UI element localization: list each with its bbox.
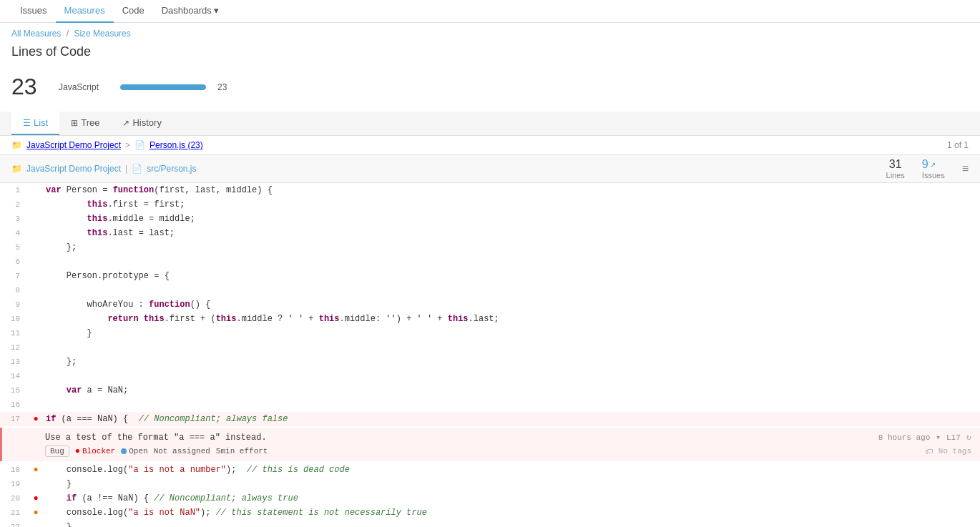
issue-effort: 5min effort bbox=[216, 447, 268, 455]
code-line-19: 19 } bbox=[0, 477, 980, 491]
folder-icon: 📁 bbox=[11, 140, 22, 150]
tag-icon: 🏷 bbox=[925, 447, 933, 456]
issue-status: Open bbox=[121, 447, 147, 455]
issue-severity: ● Blocker bbox=[75, 446, 115, 456]
progress-bar-container bbox=[120, 84, 206, 90]
code-line-14: 14 bbox=[0, 369, 980, 383]
tree-icon: ⊞ bbox=[71, 118, 78, 128]
nav-issues[interactable]: Issues bbox=[11, 0, 56, 23]
code-content: 1 var Person = function(first, last, mid… bbox=[0, 183, 980, 527]
code-line-15: 15 var a = NaN; bbox=[0, 383, 980, 398]
code-line-6: 6 bbox=[0, 255, 980, 269]
code-line-11: 11 } bbox=[0, 326, 980, 340]
history-icon: ↗ bbox=[122, 118, 129, 128]
tab-tree[interactable]: ⊞ Tree bbox=[59, 112, 111, 135]
code-line-13: 13 }; bbox=[0, 355, 980, 369]
code-line-5: 5 }; bbox=[0, 240, 980, 255]
file-name: src/Person.js bbox=[147, 164, 196, 174]
page-title: Lines of Code bbox=[0, 41, 980, 68]
external-link-icon[interactable]: ↗ bbox=[930, 161, 936, 169]
code-line-9: 9 whoAreYou : function() { bbox=[0, 297, 980, 312]
code-panel: 📁 JavaScript Demo Project | 📄 src/Person… bbox=[0, 155, 980, 527]
folder-icon-header: 📁 bbox=[11, 164, 22, 174]
progress-bar-fill bbox=[120, 84, 206, 90]
code-line-16: 16 bbox=[0, 398, 980, 412]
code-line-20: 20 ● if (a !== NaN) { // Noncompliant; a… bbox=[0, 491, 980, 506]
breadcrumb-all-measures[interactable]: All Measures bbox=[11, 29, 61, 39]
file-icon-header: 📄 bbox=[132, 164, 142, 174]
code-line-3: 3 this.middle = middle; bbox=[0, 212, 980, 226]
warn-icon-18: ● bbox=[33, 463, 38, 477]
status-dot bbox=[121, 448, 127, 454]
code-line-8: 8 bbox=[0, 283, 980, 297]
file-header: 📁 JavaScript Demo Project | 📄 src/Person… bbox=[0, 155, 980, 183]
code-line-18: 18 ● console.log("a is not a number"); /… bbox=[0, 463, 980, 477]
metric-language: JavaScript bbox=[59, 82, 109, 92]
tabs-row: ☰ List ⊞ Tree ↗ History bbox=[0, 112, 980, 136]
issue-assigned: Not assigned bbox=[154, 447, 210, 455]
tab-history[interactable]: ↗ History bbox=[111, 112, 172, 135]
pagination: 1 of 1 bbox=[947, 140, 969, 150]
chevron-down-icon: ▾ bbox=[214, 5, 219, 16]
severity-icon: ● bbox=[75, 446, 80, 456]
nav-measures[interactable]: Measures bbox=[56, 0, 114, 23]
issue-time[interactable]: 8 hours ago bbox=[878, 433, 931, 442]
metric-bar: 23 JavaScript 23 bbox=[0, 68, 980, 112]
issue-inline-17: Use a test of the format "a === a" inste… bbox=[0, 428, 980, 461]
error-icon-17: ● bbox=[33, 412, 38, 426]
code-line-12: 12 bbox=[0, 340, 980, 355]
breadcrumb-project[interactable]: JavaScript Demo Project bbox=[26, 140, 121, 150]
lines-stat: 31 Lines bbox=[886, 158, 905, 179]
project-name: JavaScript Demo Project bbox=[26, 164, 121, 174]
code-line-7: 7 Person.prototype = { bbox=[0, 269, 980, 283]
error-icon-20: ● bbox=[33, 491, 38, 506]
tab-list[interactable]: ☰ List bbox=[11, 112, 59, 135]
code-line-17: 17 ● if (a === NaN) { // Noncompliant; a… bbox=[0, 412, 980, 426]
issue-type: Bug bbox=[45, 445, 69, 457]
code-line-22: 22 } bbox=[0, 520, 980, 527]
nav-code[interactable]: Code bbox=[114, 0, 153, 23]
breadcrumb-size-measures[interactable]: Size Measures bbox=[74, 29, 130, 39]
code-line-1: 1 var Person = function(first, last, mid… bbox=[0, 183, 980, 197]
code-line-4: 4 this.last = last; bbox=[0, 226, 980, 240]
metric-count: 23 bbox=[217, 82, 227, 92]
metric-value: 23 bbox=[11, 74, 47, 100]
no-tags: No tags bbox=[939, 447, 971, 455]
breadcrumb: All Measures / Size Measures bbox=[0, 23, 980, 41]
issues-stat: 9 ↗ Issues bbox=[922, 158, 945, 179]
warn-icon-21: ● bbox=[33, 506, 38, 520]
chevron-down-icon-time[interactable]: ▾ bbox=[936, 433, 941, 442]
refresh-icon[interactable]: ↻ bbox=[966, 432, 971, 443]
issue-message: Use a test of the format "a === a" inste… bbox=[45, 433, 267, 443]
list-icon: ☰ bbox=[23, 118, 31, 128]
code-line-2: 2 this.first = first; bbox=[0, 197, 980, 212]
code-line-21: 21 ● console.log("a is not NaN"); // thi… bbox=[0, 506, 980, 520]
file-breadcrumb: 📁 JavaScript Demo Project > 📄 Person.js … bbox=[0, 136, 980, 155]
code-line-10: 10 return this.first + (this.middle ? ' … bbox=[0, 312, 980, 326]
issue-line-ref: L17 bbox=[946, 433, 961, 442]
breadcrumb-file[interactable]: Person.js (23) bbox=[150, 140, 203, 150]
top-nav: Issues Measures Code Dashboards ▾ bbox=[0, 0, 980, 23]
file-icon: 📄 bbox=[134, 140, 145, 150]
nav-dashboards[interactable]: Dashboards ▾ bbox=[153, 0, 227, 23]
hamburger-icon[interactable]: ≡ bbox=[962, 162, 969, 175]
